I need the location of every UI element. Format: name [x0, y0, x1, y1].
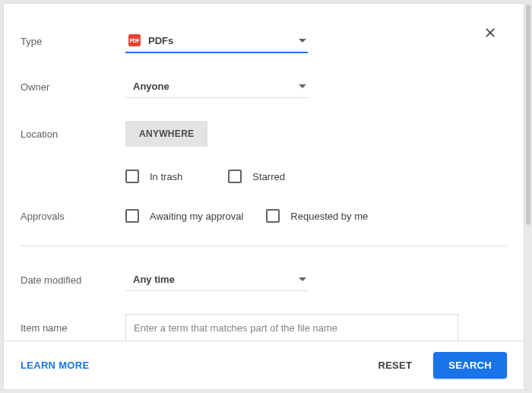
type-label: Type	[21, 36, 125, 47]
starred-label: Starred	[252, 171, 285, 182]
date-modified-value: Any time	[128, 274, 175, 285]
checkbox-icon	[228, 170, 242, 183]
type-row: Type PDF PDFs	[21, 30, 507, 53]
checkbox-icon	[125, 209, 139, 223]
search-filter-dialog: Type PDF PDFs Owner Anyone Location ANYW…	[3, 3, 524, 390]
date-modified-row: Date modified Any time	[21, 269, 507, 291]
learn-more-link[interactable]: LEARN MORE	[21, 360, 89, 371]
starred-checkbox[interactable]: Starred	[228, 170, 285, 183]
close-button[interactable]	[480, 22, 501, 43]
scrollbar[interactable]	[526, 5, 530, 225]
pdf-icon: PDF	[128, 34, 141, 46]
owner-select[interactable]: Anyone	[125, 76, 308, 98]
form-area: Type PDF PDFs Owner Anyone Location ANYW…	[4, 4, 524, 341]
close-icon	[483, 25, 498, 40]
awaiting-label: Awaiting my approval	[150, 211, 243, 222]
reset-button[interactable]: RESET	[363, 352, 427, 379]
search-button[interactable]: SEARCH	[433, 352, 507, 379]
checkbox-icon	[125, 170, 139, 183]
chevron-down-icon	[299, 39, 306, 43]
type-value: PDFs	[148, 35, 173, 46]
location-row: Location ANYWHERE	[21, 121, 507, 147]
approvals-row: Approvals Awaiting my approval Requested…	[21, 209, 507, 223]
chevron-down-icon	[299, 84, 306, 88]
type-select[interactable]: PDF PDFs	[125, 30, 308, 53]
checkbox-icon	[266, 209, 280, 223]
item-name-input[interactable]	[125, 314, 458, 341]
dialog-footer: LEARN MORE RESET SEARCH	[4, 341, 524, 389]
section-divider	[21, 246, 507, 246]
item-name-row: Item name	[21, 314, 507, 341]
location-label: Location	[21, 128, 125, 140]
in-trash-checkbox[interactable]: In trash	[125, 170, 182, 183]
trash-starred-row: In trash Starred	[21, 170, 507, 183]
approvals-label: Approvals	[21, 211, 125, 222]
item-name-label: Item name	[21, 322, 125, 334]
requested-label: Requested by me	[290, 211, 368, 222]
owner-label: Owner	[21, 81, 125, 93]
chevron-down-icon	[299, 277, 306, 281]
location-chip[interactable]: ANYWHERE	[125, 121, 207, 147]
awaiting-approval-checkbox[interactable]: Awaiting my approval	[125, 209, 243, 223]
date-modified-select[interactable]: Any time	[125, 269, 308, 291]
owner-row: Owner Anyone	[21, 76, 507, 98]
date-modified-label: Date modified	[21, 274, 125, 286]
in-trash-label: In trash	[150, 171, 182, 182]
owner-value: Anyone	[128, 81, 169, 92]
requested-by-me-checkbox[interactable]: Requested by me	[266, 209, 368, 223]
